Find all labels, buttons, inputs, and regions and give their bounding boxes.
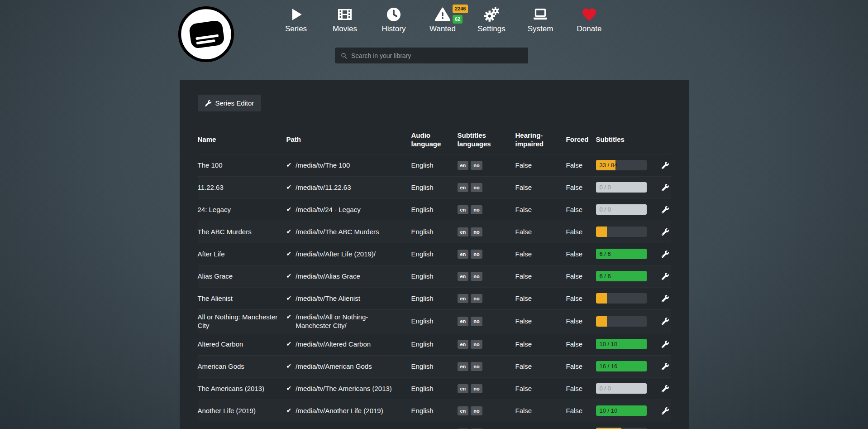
edit-series-button[interactable] (661, 294, 670, 303)
laptop-icon (532, 6, 548, 23)
edit-series-button[interactable] (661, 317, 670, 326)
subtitles-progress-label: 10 / 10 (600, 407, 618, 415)
check-icon: ✔ (286, 183, 292, 191)
edit-series-button[interactable] (661, 340, 670, 349)
audio-language: English (411, 340, 458, 349)
nav-item-series[interactable]: Series (277, 6, 315, 34)
language-badge: no (471, 272, 482, 281)
language-badge: en (458, 183, 469, 192)
series-editor-button[interactable]: Series Editor (198, 95, 262, 111)
nav-item-history[interactable]: History (375, 6, 413, 34)
series-name[interactable]: Altered Carbon (198, 340, 286, 349)
forced: False (566, 340, 596, 349)
edit-series-button[interactable] (661, 205, 670, 214)
subtitles-progress: 10 / 10 (596, 339, 647, 349)
series-path-text: /media/tv/24 - Legacy (296, 205, 360, 214)
series-path: ✔ /media/tv/The Americans (2013) (286, 384, 411, 393)
audio-language: English (411, 205, 458, 214)
check-icon: ✔ (286, 294, 292, 302)
series-name[interactable]: The Alienist (198, 294, 286, 303)
table-row: The ABC Murders ✔ /media/tv/The ABC Murd… (198, 221, 671, 243)
bazarr-logo[interactable] (177, 5, 235, 63)
forced: False (566, 384, 596, 393)
subtitles-languages: enno (458, 384, 515, 393)
hearing-impaired: False (515, 362, 566, 371)
library-search (335, 48, 528, 63)
language-badge: no (471, 250, 482, 259)
subtitles-progress (596, 316, 647, 327)
wanted-badges: 2246 62 (453, 5, 468, 24)
check-icon: ✔ (286, 272, 292, 280)
language-badge: en (458, 272, 469, 281)
audio-language: English (411, 384, 458, 393)
edit-series-button[interactable] (661, 227, 670, 236)
warning-icon (434, 6, 451, 23)
series-name[interactable]: All or Nothing: Manchester City (198, 313, 286, 330)
subtitles-languages: enno (458, 339, 515, 349)
series-name[interactable]: Alias Grace (198, 272, 286, 281)
audio-language: English (411, 161, 458, 170)
audio-language: English (411, 250, 458, 259)
edit-series-button[interactable] (661, 272, 670, 281)
search-input[interactable] (351, 52, 523, 59)
table-row: The Alienist ✔ /media/tv/The Alienist En… (198, 287, 671, 309)
subtitles-languages: enno (458, 316, 515, 326)
edit-series-button[interactable] (661, 183, 670, 192)
app-header: Series Movies History Wanted 2246 (0, 0, 868, 80)
subtitles-progress: 0 / 0 (596, 204, 647, 215)
hearing-impaired: False (515, 250, 566, 259)
nav-item-wanted[interactable]: Wanted 2246 62 (424, 6, 462, 34)
edit-series-button[interactable] (661, 161, 670, 170)
series-name[interactable]: Another Life (2019) (198, 406, 286, 415)
audio-language: English (411, 272, 458, 281)
wrench-icon (662, 407, 669, 415)
forced: False (566, 294, 596, 303)
edit-series-button[interactable] (661, 384, 670, 393)
edit-series-button[interactable] (661, 362, 670, 371)
edit-series-button[interactable] (661, 250, 670, 259)
subtitles-progress (596, 227, 647, 237)
nav-label: History (382, 24, 406, 34)
series-path-text: /media/tv/American Gods (296, 362, 372, 371)
series-path: ✔ /media/tv/American Gods (286, 362, 411, 371)
check-icon: ✔ (286, 340, 292, 348)
hearing-impaired: False (515, 272, 566, 281)
series-path: ✔ /media/tv/Altered Carbon (286, 340, 411, 349)
table-row: The 100 ✔ /media/tv/The 100 English enno… (198, 154, 671, 176)
subtitles-languages: enno (458, 406, 515, 415)
series-name[interactable]: 11.22.63 (198, 183, 286, 192)
table-header: Name Path Audio language Subtitles langu… (198, 131, 671, 154)
subtitles-progress: 6 / 6 (596, 271, 647, 281)
subtitles-progress: 0 / 0 (596, 182, 647, 193)
nav-item-system[interactable]: System (521, 6, 559, 34)
edit-series-button[interactable] (661, 406, 670, 415)
series-path: ✔ /media/tv/Alias Grace (286, 272, 411, 281)
series-table-body: The 100 ✔ /media/tv/The 100 English enno… (198, 154, 671, 429)
subtitles-progress (596, 293, 647, 304)
series-name[interactable]: American Gods (198, 362, 286, 371)
wrench-icon (662, 184, 669, 191)
wanted-secondary-badge: 62 (453, 15, 463, 24)
nav-item-settings[interactable]: Settings (472, 6, 510, 34)
table-row: American Gods ✔ /media/tv/American Gods … (198, 355, 671, 377)
series-name[interactable]: The 100 (198, 161, 286, 170)
subtitles-progress: 16 / 16 (596, 361, 647, 371)
nav-item-movies[interactable]: Movies (326, 6, 364, 34)
hearing-impaired: False (515, 294, 566, 303)
header-audio-language: Audio language (411, 131, 458, 149)
audio-language: English (411, 227, 458, 236)
check-icon: ✔ (286, 313, 292, 321)
series-name[interactable]: The ABC Murders (198, 227, 286, 236)
wrench-icon (662, 273, 669, 280)
nav-item-donate[interactable]: Donate (570, 6, 608, 34)
language-badge: no (471, 205, 482, 214)
series-name[interactable]: After Life (198, 250, 286, 259)
subtitles-languages: enno (458, 227, 515, 236)
audio-language: English (411, 183, 458, 192)
series-name[interactable]: The Americans (2013) (198, 384, 286, 393)
series-name[interactable]: 24: Legacy (198, 205, 286, 214)
forced: False (566, 227, 596, 236)
audio-language: English (411, 406, 458, 415)
series-path: ✔ /media/tv/The 100 (286, 161, 411, 170)
check-icon: ✔ (286, 161, 292, 169)
